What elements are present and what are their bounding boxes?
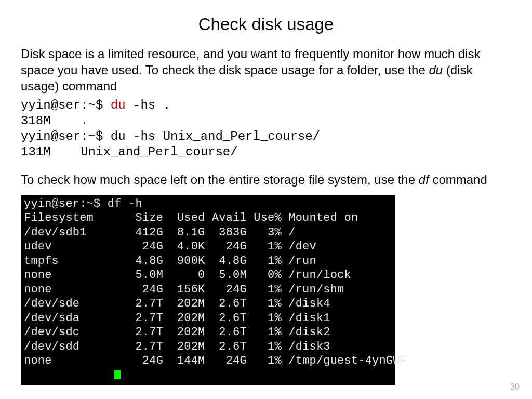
table-row: /dev/sdc 2.7T 202M 2.6T 1% /disk2: [24, 326, 330, 339]
du-output-2: 131M Unix_and_Perl_course/: [21, 145, 238, 159]
du-line-2: yyin@ser:~$ du -hs Unix_and_Perl_course/: [21, 129, 320, 143]
terminal-output: yyin@ser:~$ df -h Filesystem Size Used A…: [21, 195, 395, 386]
table-row: none 5.0M 0 5.0M 0% /run/lock: [24, 269, 351, 282]
slide: Check disk usage Disk space is a limited…: [0, 0, 532, 399]
df-text-a: To check how much space left on the enti…: [21, 172, 419, 187]
prompt-1a: yyin@ser:~$: [21, 98, 111, 112]
page-number: 30: [510, 382, 520, 392]
table-row: tmpfs 4.8G 900K 4.8G 1% /run: [24, 255, 316, 268]
table-row: /dev/sde 2.7T 202M 2.6T 1% /disk4: [24, 297, 330, 310]
table-row: /dev/sdd 2.7T 202M 2.6T 1% /disk3: [24, 340, 330, 353]
df-italic: df: [419, 172, 429, 187]
df-paragraph: To check how much space left on the enti…: [21, 171, 511, 188]
table-row: udev 24G 4.0K 24G 1% /dev: [24, 240, 316, 253]
intro-paragraph: Disk space is a limited resource, and yo…: [21, 46, 511, 95]
table-row: none 24G 156K 24G 1% /run/shm: [24, 283, 344, 296]
table-row: /dev/sda 2.7T 202M 2.6T 1% /disk1: [24, 312, 330, 325]
du-italic: du: [429, 63, 443, 77]
du-command-red: du: [111, 98, 126, 112]
df-text-c: command: [429, 172, 487, 187]
prompt-1c: -hs .: [126, 98, 170, 112]
cursor-icon: [114, 370, 121, 379]
intro-text-a: Disk space is a limited resource, and yo…: [21, 47, 480, 77]
term-head: Filesystem Size Used Avail Use% Mounted …: [24, 211, 358, 224]
slide-title: Check disk usage: [21, 15, 511, 34]
table-row: none 24G 144M 24G 1% /tmp/guest-4ynGWF: [24, 354, 407, 367]
table-row: /dev/sdb1 412G 8.1G 383G 3% /: [24, 226, 296, 239]
du-output-1: 318M .: [21, 114, 88, 128]
du-example: yyin@ser:~$ du -hs . 318M . yyin@ser:~$ …: [21, 98, 511, 160]
term-cmd: yyin@ser:~$ df -h: [24, 197, 142, 210]
